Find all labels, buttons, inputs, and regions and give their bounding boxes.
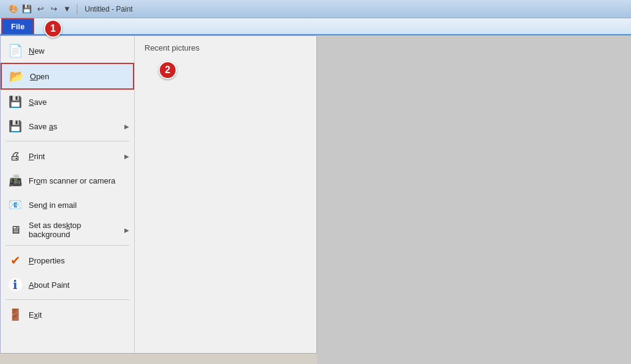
file-menu-dropdown: New Open Save Save as ▶ Prin: [0, 35, 317, 354]
scanner-icon: [5, 172, 25, 189]
undo-btn[interactable]: ↩: [34, 3, 46, 15]
recent-pictures-heading: Recent pictures: [140, 41, 312, 55]
menu-properties-label: Properties: [29, 256, 129, 265]
quick-access-toolbar[interactable]: 🎨 💾 ↩ ↪ ▼: [7, 3, 80, 15]
ribbon-bar: File: [0, 18, 631, 35]
menu-item-saveas[interactable]: Save as ▶: [1, 114, 134, 138]
file-tab[interactable]: File: [1, 18, 34, 34]
menu-scanner-label: From scanner or camera: [29, 176, 129, 185]
menu-item-desktop[interactable]: Set as desktop background ▶: [1, 217, 134, 243]
title-bar: 🎨 💾 ↩ ↪ ▼ Untitled - Paint: [0, 0, 631, 18]
toolbar-divider: [77, 4, 77, 14]
save-icon: [5, 93, 25, 110]
open-icon: [7, 68, 26, 85]
print-icon: [5, 148, 25, 165]
app-icon: 🎨: [7, 3, 20, 15]
print-arrow: ▶: [124, 153, 129, 160]
menu-item-exit[interactable]: 🚪 Exit: [1, 302, 134, 327]
menu-about-label: About Paint: [29, 280, 129, 290]
menu-desktop-label: Set as desktop background: [29, 221, 124, 239]
canvas-area: [317, 35, 631, 364]
menu-left-panel: New Open Save Save as ▶ Prin: [1, 36, 135, 353]
annotation-1: 1: [44, 20, 62, 38]
menu-item-new[interactable]: New: [1, 38, 134, 63]
menu-item-properties[interactable]: Properties: [1, 248, 134, 273]
menu-item-save[interactable]: Save: [1, 90, 134, 114]
menu-saveas-label: Save as: [29, 122, 124, 131]
save-quick-btn[interactable]: 💾: [21, 3, 33, 15]
properties-icon: [5, 252, 25, 269]
new-icon: [5, 42, 25, 59]
desktop-icon: [5, 221, 25, 238]
menu-item-email[interactable]: Send in email: [1, 193, 134, 217]
saveas-arrow: ▶: [124, 123, 129, 130]
exit-icon: 🚪: [5, 306, 25, 323]
about-icon: [5, 276, 25, 293]
menu-print-label: Print: [29, 152, 124, 161]
annotation-2: 2: [159, 61, 177, 79]
menu-right-panel: Recent pictures: [135, 36, 316, 353]
desktop-arrow: ▶: [124, 227, 129, 234]
menu-save-label: Save: [29, 98, 129, 107]
menu-open-label: Open: [30, 72, 128, 81]
menu-item-about[interactable]: About Paint: [1, 273, 134, 297]
menu-exit-label: Exit: [29, 310, 129, 319]
menu-email-label: Send in email: [29, 201, 129, 210]
separator-2: [5, 245, 129, 246]
menu-item-print[interactable]: Print ▶: [1, 144, 134, 168]
separator-3: [5, 299, 129, 300]
customize-btn[interactable]: ▼: [61, 3, 73, 15]
menu-item-scanner[interactable]: From scanner or camera: [1, 168, 134, 193]
saveas-icon: [5, 118, 25, 135]
email-icon: [5, 196, 25, 213]
menu-new-label: New: [29, 46, 129, 55]
window-title: Untitled - Paint: [85, 5, 133, 13]
menu-panel: New Open Save Save as ▶ Prin: [1, 36, 316, 353]
separator-1: [5, 141, 129, 141]
menu-item-open[interactable]: Open: [1, 63, 134, 90]
redo-btn[interactable]: ↪: [48, 3, 60, 15]
